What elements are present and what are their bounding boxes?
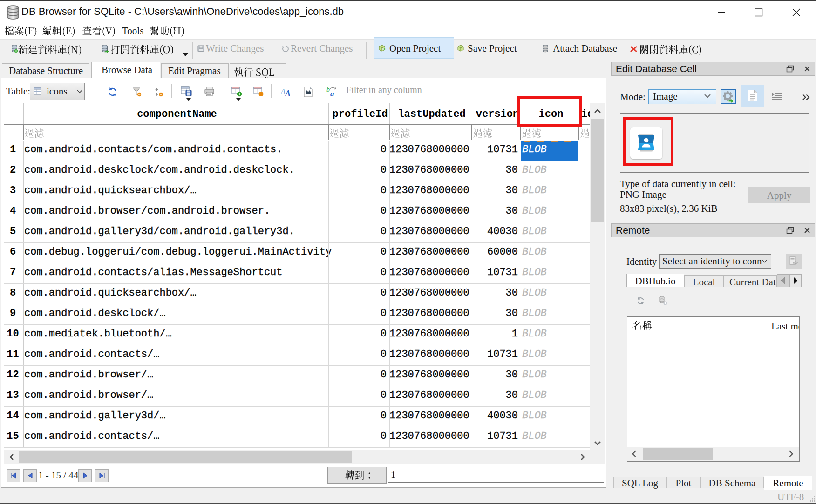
svg-text:a: a <box>330 89 334 97</box>
svg-text:A: A <box>285 89 291 97</box>
svg-text:b: b <box>326 86 330 93</box>
